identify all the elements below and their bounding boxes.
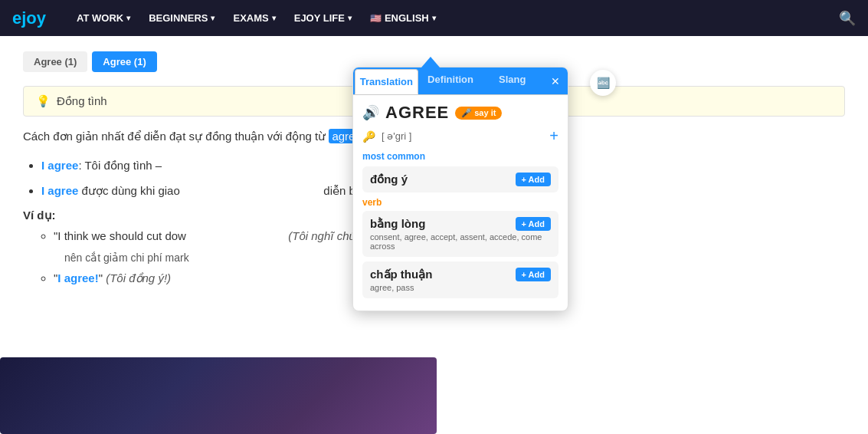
translation-word-bang-long: bằng lòng <box>370 217 425 231</box>
translation-card-dong-y: đồng ý + Add <box>362 166 558 192</box>
bottom-image <box>0 357 437 434</box>
verb-label: verb <box>362 197 558 208</box>
italic-text-2: (Tôi đồng ý!) <box>106 271 171 284</box>
card-top-2: bằng lòng + Add <box>370 217 551 231</box>
popup-tab-definition[interactable]: Definition <box>420 67 482 94</box>
main-content: Agree (1) Agree (1) 💡 Đồng tình Cách đơn… <box>0 36 868 434</box>
bulb-icon: 💡 <box>36 94 51 108</box>
most-common-label: most common <box>362 151 558 162</box>
translation-card-chap-thuan: chấp thuận + Add agree, pass <box>362 261 558 298</box>
quote-text-1: "I think we should cut dow <box>54 229 186 242</box>
add-button-chap-thuan[interactable]: + Add <box>516 268 551 281</box>
translate-symbol: 🔤 <box>597 77 610 89</box>
card-top: đồng ý + Add <box>370 173 551 186</box>
popup-word: AGREE <box>385 103 449 123</box>
bullet-suffix-2: được dùng khi giao <box>78 184 179 197</box>
add-button-bang-long[interactable]: + Add <box>516 217 551 231</box>
translation-popup: Translation Definition Slang ✕ 🔊 AGREE 🎤… <box>352 67 568 311</box>
i-agree-text-2: I agree <box>41 184 78 197</box>
navigation: ejoy AT WORK ▾ BEGINNERS ▾ EXAMS ▾ EJOY … <box>0 0 868 36</box>
nav-item-at-work[interactable]: AT WORK ▾ <box>69 8 138 28</box>
nav-item-beginners[interactable]: BEGINNERS ▾ <box>141 8 222 28</box>
chevron-down-icon: ▾ <box>211 14 215 22</box>
chevron-down-icon: ▾ <box>272 14 276 22</box>
continuation-text: nên cắt giảm chi phí mark <box>64 252 189 264</box>
chevron-down-icon: ▾ <box>348 14 352 22</box>
card-sub-chap-thuan: agree, pass <box>370 283 551 292</box>
popup-tabs: Translation Definition Slang ✕ <box>353 67 568 95</box>
close-icon[interactable]: ✕ <box>546 72 565 90</box>
highlight-text: Đồng tình <box>57 94 107 108</box>
translation-word-chap-thuan: chấp thuận <box>370 268 432 281</box>
card-top-3: chấp thuận + Add <box>370 268 551 281</box>
popup-arrow <box>421 57 440 67</box>
popup-tab-slang[interactable]: Slang <box>481 67 543 94</box>
tab-agree-1[interactable]: Agree (1) <box>23 51 87 72</box>
logo[interactable]: ejoy <box>12 8 46 28</box>
translate-icon[interactable]: 🔤 <box>590 70 616 96</box>
nav-items: AT WORK ▾ BEGINNERS ▾ EXAMS ▾ EJOY LIFE … <box>69 8 839 28</box>
search-icon[interactable]: 🔍 <box>839 10 856 27</box>
popup-word-row: 🔊 AGREE 🎤 say it <box>362 103 558 123</box>
card-sub-bang-long: consent, agree, accept, assent, accede, … <box>370 232 551 251</box>
flag-icon: 🇺🇸 <box>370 13 382 24</box>
i-agree-text: I agree <box>41 159 78 172</box>
translation-word-dong-y: đồng ý <box>370 173 408 186</box>
popup-phonetic-row: 🔑 [ ə'gri ] + <box>362 127 558 145</box>
popup-container: Translation Definition Slang ✕ 🔊 AGREE 🎤… <box>352 67 568 311</box>
say-it-button[interactable]: 🎤 say it <box>455 107 502 120</box>
bullet-suffix-1: : Tôi đồng tình – <box>78 159 162 172</box>
popup-tab-translation[interactable]: Translation <box>355 69 418 94</box>
nav-item-exams[interactable]: EXAMS ▾ <box>225 8 283 28</box>
bold-agree-text: I agree! <box>57 271 98 284</box>
say-it-icon: 🎤 <box>461 108 472 118</box>
add-button-dong-y[interactable]: + Add <box>516 173 551 186</box>
chevron-down-icon: ▾ <box>432 14 436 22</box>
key-icon: 🔑 <box>362 130 375 143</box>
chevron-down-icon: ▾ <box>126 14 130 22</box>
tab-agree-2[interactable]: Agree (1) <box>92 51 156 72</box>
nav-item-ejoy-life[interactable]: EJOY LIFE ▾ <box>287 8 359 28</box>
logo-e: e <box>12 8 21 28</box>
popup-body: 🔊 AGREE 🎤 say it 🔑 [ ə'gri ] + most comm… <box>353 95 568 311</box>
logo-joy: joy <box>21 8 46 28</box>
sound-icon[interactable]: 🔊 <box>362 104 379 121</box>
say-it-label: say it <box>474 108 496 117</box>
translation-card-bang-long: bằng lòng + Add consent, agree, accept, … <box>362 211 558 257</box>
phonetic-text: [ ə'gri ] <box>382 130 411 142</box>
nav-item-english[interactable]: 🇺🇸 ENGLISH ▾ <box>362 8 444 28</box>
add-plus-button[interactable]: + <box>549 127 558 145</box>
